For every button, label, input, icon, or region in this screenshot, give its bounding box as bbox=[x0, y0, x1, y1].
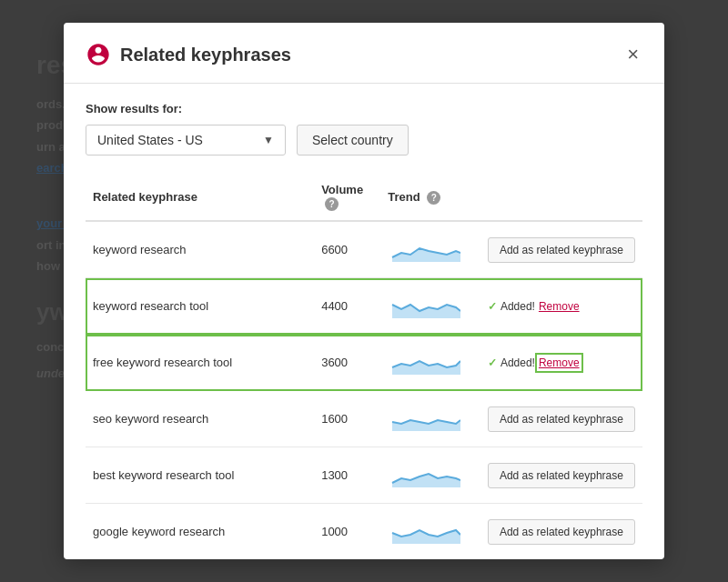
trend-cell bbox=[380, 391, 399, 447]
show-results-label: Show results for: bbox=[86, 102, 642, 115]
volume-cell: 1600 bbox=[314, 391, 380, 447]
add-keyphrase-button[interactable]: Add as related keyphrase bbox=[488, 237, 635, 263]
added-label: Added! bbox=[500, 300, 535, 313]
close-button[interactable]: × bbox=[623, 41, 642, 68]
action-cell: ✓ Added!Remove bbox=[480, 278, 642, 335]
modal-title: Related keyphrases bbox=[120, 45, 291, 65]
table-row: keyword research tool4400✓ Added!Remove bbox=[86, 278, 642, 335]
chevron-down-icon: ▼ bbox=[263, 134, 274, 146]
volume-cell: 6600 bbox=[314, 221, 380, 278]
keyphrase-cell: seo keyword research bbox=[86, 391, 314, 447]
yoast-icon bbox=[86, 42, 111, 67]
trend-cell bbox=[380, 278, 399, 334]
table-row: google keyword research1000Add as relate… bbox=[86, 504, 642, 559]
select-country-button[interactable]: Select country bbox=[297, 125, 409, 156]
country-value: United States - US bbox=[97, 133, 203, 147]
keyphrase-cell: free keyword research tool bbox=[86, 335, 314, 391]
added-badge: ✓ Added!Remove bbox=[488, 356, 580, 369]
remove-keyphrase-button[interactable]: Remove bbox=[539, 300, 580, 313]
add-keyphrase-button[interactable]: Add as related keyphrase bbox=[488, 406, 635, 432]
table-header: Related keyphrase Volume ? Trend ? bbox=[86, 174, 642, 221]
added-badge: ✓ Added!Remove bbox=[488, 300, 580, 313]
volume-cell: 3600 bbox=[314, 335, 380, 391]
modal-body: Show results for: United States - US ▼ S… bbox=[64, 84, 664, 559]
modal-dialog: Related keyphrases × Show results for: U… bbox=[64, 23, 664, 559]
action-cell: Add as related keyphrase bbox=[480, 391, 642, 447]
modal-header: Related keyphrases × bbox=[64, 23, 664, 84]
svg-marker-4 bbox=[392, 474, 460, 487]
keyphrase-cell: keyword research bbox=[86, 221, 314, 278]
action-cell: Add as related keyphrase bbox=[480, 504, 642, 559]
add-keyphrase-button[interactable]: Add as related keyphrase bbox=[488, 463, 635, 488]
keyphrases-table: Related keyphrase Volume ? Trend ? keywo… bbox=[86, 174, 642, 559]
trend-help-icon[interactable]: ? bbox=[427, 191, 440, 205]
action-cell: ✓ Added!Remove bbox=[480, 335, 642, 391]
volume-cell: 1300 bbox=[314, 447, 380, 504]
action-cell: Add as related keyphrase bbox=[480, 447, 642, 504]
table-row: best keyword research tool1300Add as rel… bbox=[86, 447, 642, 504]
volume-cell: 4400 bbox=[314, 278, 380, 335]
check-icon: ✓ bbox=[488, 300, 497, 313]
trend-cell bbox=[380, 504, 399, 559]
action-cell: Add as related keyphrase bbox=[480, 221, 642, 278]
trend-cell bbox=[380, 335, 399, 390]
trend-cell bbox=[380, 222, 399, 277]
volume-help-icon[interactable]: ? bbox=[325, 197, 339, 211]
col-header-volume: Volume ? bbox=[314, 174, 380, 221]
table-row: free keyword research tool3600✓ Added!Re… bbox=[86, 335, 642, 391]
check-icon: ✓ bbox=[488, 356, 497, 369]
modal-title-area: Related keyphrases bbox=[86, 42, 291, 67]
country-dropdown[interactable]: United States - US ▼ bbox=[86, 125, 286, 156]
add-keyphrase-button[interactable]: Add as related keyphrase bbox=[488, 519, 635, 545]
trend-cell bbox=[380, 447, 399, 503]
keyphrase-cell: google keyword research bbox=[86, 504, 314, 559]
col-header-action bbox=[480, 174, 642, 221]
keyphrase-cell: keyword research tool bbox=[86, 278, 314, 335]
volume-cell: 1000 bbox=[314, 504, 380, 559]
table-body: keyword research6600Add as related keyph… bbox=[86, 221, 642, 559]
svg-marker-1 bbox=[392, 305, 460, 318]
table-row: seo keyword research1600Add as related k… bbox=[86, 391, 642, 447]
table-row: keyword research6600Add as related keyph… bbox=[86, 221, 642, 278]
keyphrase-cell: best keyword research tool bbox=[86, 447, 314, 504]
country-row: United States - US ▼ Select country bbox=[86, 125, 642, 156]
col-header-trend: Trend ? bbox=[380, 174, 480, 221]
remove-keyphrase-button[interactable]: Remove bbox=[539, 356, 580, 369]
added-label: Added! bbox=[500, 356, 535, 369]
col-header-keyphrase: Related keyphrase bbox=[86, 174, 314, 221]
